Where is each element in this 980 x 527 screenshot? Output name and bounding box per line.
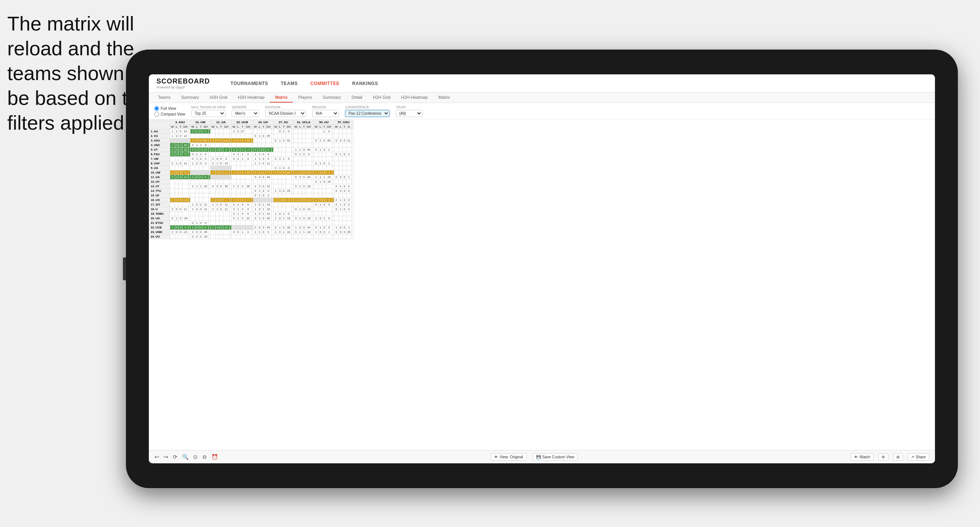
- row-label: 15. UF: [149, 193, 170, 198]
- gender-select[interactable]: Men's Women's: [232, 110, 259, 117]
- table-row: 18. U 20011 10011 11011 0100 10110 01013…: [149, 207, 353, 212]
- conference-filter: Conference Pac-12 Conference (All) ACC: [345, 105, 390, 117]
- tab-players-summary[interactable]: Summary: [318, 93, 346, 103]
- nav-rankings[interactable]: RANKINGS: [347, 79, 384, 88]
- tab-h2h-grid-2[interactable]: H2H Grid: [368, 93, 396, 103]
- max-teams-select[interactable]: Top 25 Top 10 Top 50: [191, 110, 226, 117]
- row-label: 10. UW: [149, 170, 170, 175]
- col-group-uu: 54. UU: [314, 120, 334, 125]
- table-row: 6. FSU 0140 0110 0110 1100 0100 0102: [149, 152, 353, 157]
- tab-matrix-2[interactable]: Matrix: [433, 93, 455, 103]
- row-label: 1. AU: [149, 129, 170, 134]
- tab-summary[interactable]: Summary: [176, 93, 204, 103]
- tab-matrix[interactable]: Matrix: [270, 93, 293, 103]
- filter-bar: Full View Compact View Max teams in view…: [149, 103, 935, 120]
- table-row: 14. TTU 0100 10029 0300: [149, 189, 353, 193]
- share-button[interactable]: ↗ Share: [907, 453, 929, 461]
- region-select[interactable]: N/A East West: [312, 110, 339, 117]
- team-select[interactable]: (All): [396, 110, 422, 117]
- watch-button[interactable]: 👁 Watch: [851, 453, 874, 461]
- full-view-option[interactable]: Full View: [154, 106, 185, 111]
- table-row: 4. UNC 10136 0110: [149, 143, 353, 148]
- tab-h2h-heatmap[interactable]: H2H Heatmap: [232, 93, 270, 103]
- table-row: 21. ETSU 0100: [149, 221, 353, 225]
- zoom-out-icon[interactable]: ⊖: [202, 454, 207, 460]
- compact-view-radio[interactable]: [154, 112, 159, 117]
- row-label: 19. TAMU: [149, 212, 170, 216]
- division-select[interactable]: NCAA Division I NCAA Division II NCAA Di…: [265, 110, 306, 117]
- watch-label: Watch: [859, 455, 870, 459]
- save-custom-view-button[interactable]: 💾 Save Custom View: [533, 453, 578, 461]
- tablet-screen: SCOREBOARD Powered by clippd TOURNAMENTS…: [149, 74, 935, 463]
- logo-title: SCOREBOARD: [156, 77, 210, 85]
- share-icon: ↗: [911, 455, 914, 459]
- row-label: 23. UNM: [149, 230, 170, 235]
- nav-committee[interactable]: COMMITTEE: [305, 79, 345, 88]
- clock-icon[interactable]: ⏰: [211, 454, 218, 460]
- table-row: 5. UT 04035 01022 0100 1102 0200 11040 0…: [149, 148, 353, 152]
- tab-detail[interactable]: Detail: [346, 93, 368, 103]
- compact-view-option[interactable]: Compact View: [154, 112, 185, 117]
- col-group-ucla: 31. UCLA: [293, 120, 314, 125]
- nav-teams[interactable]: TEAMS: [276, 79, 303, 88]
- redo-icon[interactable]: ↪: [164, 454, 168, 460]
- conference-select[interactable]: Pac-12 Conference (All) ACC: [345, 110, 390, 117]
- matrix-scroll[interactable]: 3. ASU 10. UW 11. UA 22. UCB 24. UO 27. …: [149, 120, 935, 450]
- logo-area: SCOREBOARD Powered by clippd: [156, 77, 210, 89]
- row-label: 18. U: [149, 207, 170, 212]
- row-label: 6. FSU: [149, 152, 170, 157]
- row-label: 14. TTU: [149, 189, 170, 193]
- table-row: 9. UA 0100: [149, 166, 353, 170]
- col-group-uw: 10. UW: [190, 120, 211, 125]
- compact-view-label: Compact View: [161, 112, 185, 116]
- nav-tournaments[interactable]: TOURNAMENTS: [225, 79, 274, 88]
- zoom-in-icon[interactable]: 🔍: [182, 454, 189, 460]
- gender-filter: Gender Men's Women's: [232, 105, 259, 117]
- view-original-button[interactable]: 👁 View: Original: [491, 453, 527, 461]
- table-row: 17. GIT 10011 11011 0100 10110 0100 0100: [149, 202, 353, 207]
- toolbar-center: 👁 View: Original 💾 Save Custom View: [491, 453, 578, 461]
- bottom-toolbar: ↩ ↪ ⟳ 🔍 ⊙ ⊖ ⏰ 👁 View: Original 💾 Save Cu…: [149, 450, 935, 463]
- division-label: Division: [265, 105, 306, 109]
- row-label: 9. UA: [149, 166, 170, 170]
- region-label: Region: [312, 105, 339, 109]
- table-row: 22. UCB 1303 1300 14012 20344 01030 1004…: [149, 225, 353, 230]
- tab-h2h-grid[interactable]: H2H Grid: [204, 93, 232, 103]
- grid-button[interactable]: ⊞: [893, 453, 903, 461]
- full-view-radio[interactable]: [154, 106, 159, 111]
- row-label: 8. UAF: [149, 161, 170, 166]
- full-view-label: Full View: [161, 106, 176, 111]
- row-label: 17. GIT: [149, 202, 170, 207]
- nav-items: TOURNAMENTS TEAMS COMMITTEE RANKINGS: [225, 79, 384, 88]
- view-radio-group: Full View Compact View: [154, 106, 185, 117]
- table-row: 24. UO 02029: [149, 235, 353, 239]
- save-custom-label: Save Custom View: [542, 455, 574, 459]
- matrix-wrapper: 3. ASU 10. UW 11. UA 22. UCB 24. UO 27. …: [149, 120, 935, 450]
- tab-players[interactable]: Players: [293, 93, 318, 103]
- save-icon: 💾: [536, 455, 541, 459]
- col-group-osu: 57. OSU: [334, 120, 353, 125]
- watch-icon: 👁: [854, 455, 858, 459]
- share-label: Share: [916, 455, 926, 459]
- row-label: 13. UT: [149, 184, 170, 189]
- table-row: 10. UW 0400 13011 13032 04177 25066 1205…: [149, 170, 353, 175]
- row-label: 16. UO: [149, 198, 170, 202]
- table-row: 2. VU 12012 01025: [149, 134, 353, 138]
- table-row: 3. ASU 04080 050120 02048 01052 02060 03…: [149, 138, 353, 143]
- row-label: 12. UV: [149, 180, 170, 184]
- zoom-reset-icon[interactable]: ⊙: [193, 454, 198, 460]
- table-row: 7. UM 0100 1000 0210 1100 0210: [149, 157, 353, 161]
- conference-label: Conference: [345, 105, 390, 109]
- undo-icon[interactable]: ↩: [155, 454, 159, 460]
- team-label: Team: [396, 105, 422, 109]
- logo-sub: Powered by clippd: [156, 85, 210, 89]
- adjust-button[interactable]: ⚙: [878, 453, 888, 461]
- navbar: SCOREBOARD Powered by clippd TOURNAMENTS…: [149, 74, 935, 93]
- team-filter: Team (All): [396, 105, 422, 117]
- tab-teams[interactable]: Teams: [153, 93, 176, 103]
- toolbar-right: 👁 Watch ⚙ ⊞ ↗ Share: [851, 453, 929, 461]
- refresh-icon[interactable]: ⟳: [173, 454, 177, 460]
- sub-tabs: Teams Summary H2H Grid H2H Heatmap Matri…: [149, 93, 935, 103]
- tab-h2h-heatmap-2[interactable]: H2H Heatmap: [396, 93, 433, 103]
- table-row: 23. UNM 200-21 20025 0010 1100 10110 011…: [149, 230, 353, 235]
